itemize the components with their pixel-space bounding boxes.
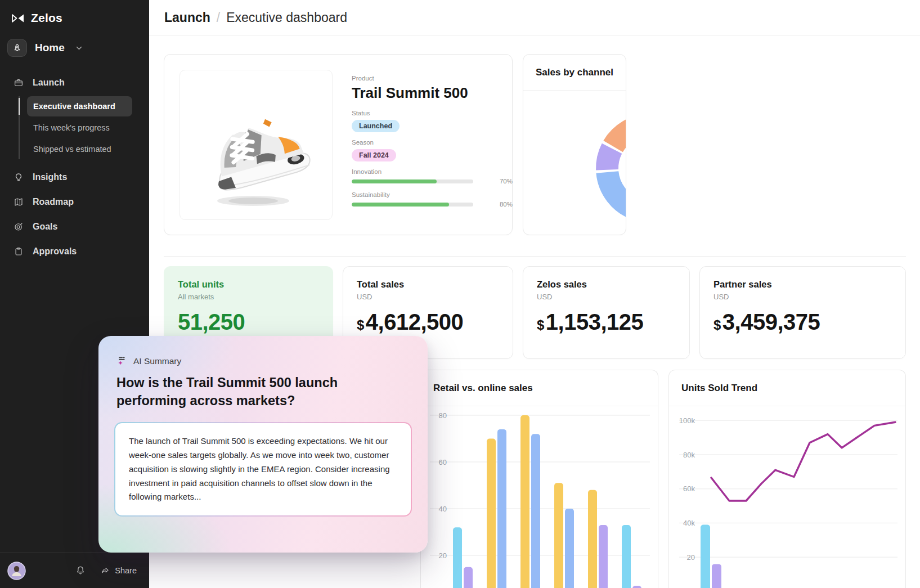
bar — [464, 567, 473, 588]
bar — [565, 509, 574, 588]
sustainability-percent: 80% — [482, 201, 513, 208]
sustainability-label: Sustainability — [352, 191, 513, 198]
svg-text:100k: 100k — [679, 416, 695, 425]
product-image — [179, 70, 333, 220]
stat-title: Total sales — [357, 279, 499, 290]
retail-vs-online-title: Retail vs. online sales — [421, 370, 658, 406]
season-badge: Fall 2024 — [352, 149, 396, 161]
product-details: Product Trail Summit 500 Status Launched… — [352, 75, 513, 214]
stat-subtitle: USD — [713, 293, 892, 301]
status-label: Status — [352, 110, 513, 116]
stat-card-partner-sales: Partner sales USD $3,459,375 — [699, 266, 906, 359]
innovation-percent: 70% — [482, 178, 513, 185]
product-name: Trail Summit 500 — [352, 84, 513, 102]
clipboard-icon — [14, 246, 24, 257]
stat-title: Total units — [178, 279, 319, 290]
brand-logo[interactable]: Zelos — [0, 0, 149, 25]
bar — [588, 490, 597, 588]
bar — [531, 434, 540, 588]
retail-vs-online-chart: 20406080 — [421, 406, 658, 588]
status-badge: Launched — [352, 120, 400, 132]
brand-name: Zelos — [31, 11, 62, 25]
product-card: Product Trail Summit 500 Status Launched… — [164, 54, 513, 235]
bar — [712, 564, 721, 588]
stat-value: $3,459,375 — [713, 309, 892, 335]
ai-summary-header: AI Summary — [98, 336, 428, 367]
svg-text:40k: 40k — [683, 519, 695, 527]
bell-icon[interactable] — [75, 565, 86, 576]
sidebar-item-insights[interactable]: Insights — [0, 165, 149, 190]
retail-vs-online-card: Retail vs. online sales 20406080 — [420, 370, 658, 588]
home-label: Home — [35, 42, 65, 54]
innovation-meter: 70% — [352, 178, 513, 185]
sidebar-item-goals[interactable]: Goals — [0, 214, 149, 239]
app-window: Zelos Home Launch Executive dashboard Th… — [0, 0, 920, 588]
donut-chart — [523, 91, 626, 235]
svg-text:80: 80 — [439, 411, 447, 420]
donut-segment-social-media — [613, 125, 626, 146]
map-icon — [14, 197, 24, 207]
sidebar-item-launch[interactable]: Launch — [0, 70, 149, 95]
bar — [554, 483, 563, 588]
breadcrumb-section[interactable]: Launch — [164, 10, 210, 25]
sidebar-item-label: Roadmap — [33, 197, 74, 207]
stat-value: $1,153,125 — [537, 309, 676, 335]
product-field-label: Product — [352, 75, 513, 82]
lightbulb-icon — [14, 172, 24, 182]
stat-value: 51,250 — [178, 309, 319, 335]
sales-by-channel-title: Sales by channel — [523, 55, 626, 91]
sidebar-item-executive-dashboard[interactable]: Executive dashboard — [27, 96, 132, 116]
ai-summary-card: AI Summary How is the Trail Summit 500 l… — [98, 336, 428, 553]
sidebar-item-label: Approvals — [33, 246, 77, 257]
svg-text:60: 60 — [439, 458, 447, 466]
share-icon — [101, 566, 110, 576]
stat-card-zelos-sales: Zelos sales USD $1,153,125 — [523, 266, 690, 359]
stat-title: Partner sales — [713, 279, 892, 290]
stat-title: Zelos sales — [537, 279, 676, 290]
sustainability-progress-bar — [352, 203, 473, 207]
bar — [497, 429, 506, 588]
share-button[interactable]: Share — [101, 566, 137, 576]
stat-subtitle: USD — [357, 293, 499, 301]
sidebar-item-this-weeks-progress[interactable]: This week's progress — [27, 118, 132, 138]
bar — [520, 415, 529, 588]
bottom-charts-row: Retail vs. online sales 20406080 Units S… — [420, 370, 906, 588]
bar — [599, 525, 608, 588]
svg-text:20: 20 — [687, 553, 695, 562]
ai-summary-question: How is the Trail Summit 500 launch perfo… — [98, 367, 428, 410]
svg-text:60k: 60k — [683, 484, 695, 493]
season-label: Season — [352, 139, 513, 146]
stat-subtitle: USD — [537, 293, 676, 301]
innovation-progress-bar — [352, 179, 473, 183]
rocket-icon — [7, 39, 27, 57]
target-icon — [14, 222, 24, 232]
units-sold-trend-title: Units Sold Trend — [669, 370, 905, 406]
units-sold-trend-card: Units Sold Trend 100k80k60k40k20 — [668, 370, 906, 588]
donut-segment-retail — [607, 172, 626, 209]
briefcase-icon — [14, 78, 24, 88]
breadcrumb-separator: / — [217, 10, 220, 25]
sidebar-item-label: Goals — [33, 222, 57, 232]
ai-summary-answer: The launch of Trail Summit 500 is exceed… — [114, 422, 412, 517]
sidebar-footer: Share — [0, 553, 149, 588]
chevron-down-icon[interactable] — [75, 44, 83, 52]
sidebar-item-roadmap[interactable]: Roadmap — [0, 190, 149, 214]
sidebar-item-shipped-vs-estimated[interactable]: Shipped vs estimated — [27, 139, 132, 159]
launch-sub-list: Executive dashboard This week's progress… — [19, 96, 149, 159]
svg-text:20: 20 — [439, 551, 447, 560]
workspace-switcher[interactable]: Home — [7, 39, 141, 57]
ai-summary-label: AI Summary — [133, 356, 181, 366]
section-divider — [164, 256, 906, 257]
avatar[interactable] — [7, 562, 26, 580]
breadcrumb: Launch / Executive dashboard — [149, 0, 920, 35]
sidebar-nav: Launch Executive dashboard This week's p… — [0, 70, 149, 264]
breadcrumb-page: Executive dashboard — [226, 10, 347, 25]
bar — [632, 586, 641, 588]
innovation-label: Innovation — [352, 168, 513, 175]
stat-value: $4,612,500 — [357, 309, 499, 335]
share-label: Share — [115, 566, 137, 575]
stat-subtitle: All markets — [178, 293, 319, 301]
sustainability-meter: 80% — [352, 201, 513, 208]
bar — [453, 527, 462, 588]
sidebar-item-approvals[interactable]: Approvals — [0, 239, 149, 264]
